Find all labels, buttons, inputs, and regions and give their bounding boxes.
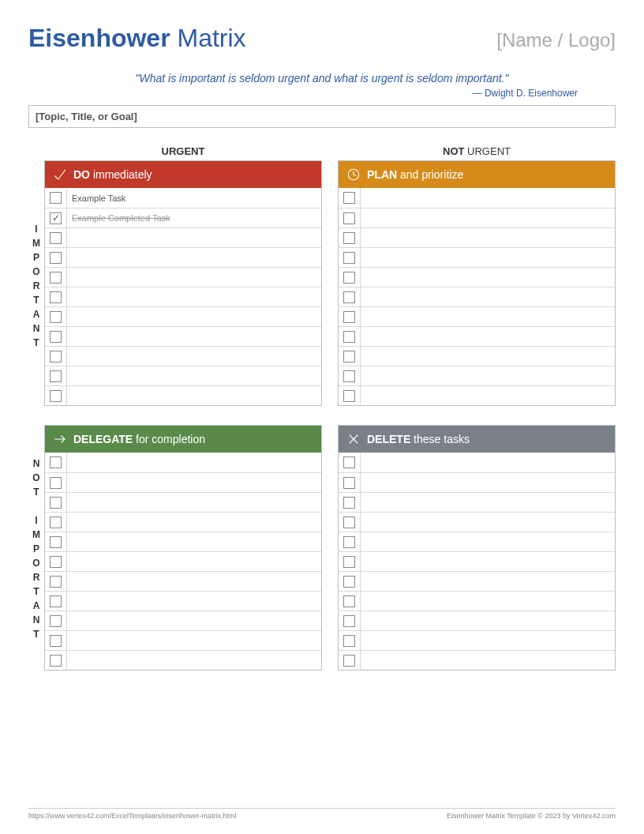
- task-text[interactable]: [360, 631, 615, 650]
- task-checkbox[interactable]: [50, 517, 62, 528]
- task-text[interactable]: [66, 631, 321, 650]
- task-text[interactable]: [360, 651, 615, 670]
- task-row: [45, 366, 321, 385]
- task-checkbox[interactable]: [343, 272, 355, 284]
- task-checkbox[interactable]: [50, 655, 62, 667]
- task-text[interactable]: [66, 327, 321, 346]
- task-checkbox[interactable]: [343, 232, 355, 244]
- task-text[interactable]: [66, 532, 321, 551]
- task-row: [339, 208, 615, 227]
- task-text[interactable]: [360, 188, 615, 208]
- task-text[interactable]: [360, 611, 615, 630]
- task-checkbox[interactable]: [50, 536, 62, 548]
- task-checkbox[interactable]: [343, 536, 355, 548]
- task-checkbox[interactable]: [343, 370, 355, 382]
- task-text[interactable]: [66, 268, 321, 287]
- task-text[interactable]: [360, 453, 615, 472]
- task-text[interactable]: [66, 493, 321, 512]
- task-text[interactable]: [66, 572, 321, 591]
- task-text[interactable]: [360, 552, 615, 571]
- task-checkbox[interactable]: [343, 291, 355, 303]
- task-checkbox[interactable]: [343, 576, 355, 588]
- task-checkbox[interactable]: [343, 477, 355, 489]
- task-text[interactable]: [360, 366, 615, 385]
- task-text[interactable]: [66, 651, 321, 670]
- task-checkbox[interactable]: [343, 635, 355, 647]
- task-text[interactable]: [66, 366, 321, 385]
- task-checkbox[interactable]: [343, 615, 355, 627]
- page-title: Eisenhower Matrix: [28, 24, 246, 53]
- task-text[interactable]: [66, 307, 321, 326]
- task-checkbox[interactable]: [50, 351, 62, 363]
- task-text[interactable]: [360, 532, 615, 551]
- task-text[interactable]: [360, 268, 615, 287]
- task-text[interactable]: [66, 473, 321, 492]
- task-text[interactable]: [66, 611, 321, 630]
- task-text[interactable]: [66, 347, 321, 366]
- task-text[interactable]: [360, 347, 615, 366]
- task-text[interactable]: [360, 327, 615, 346]
- task-text[interactable]: [360, 208, 615, 227]
- task-checkbox[interactable]: [50, 192, 62, 204]
- task-checkbox[interactable]: [343, 595, 355, 607]
- task-row: [45, 571, 321, 591]
- task-checkbox[interactable]: [343, 252, 355, 264]
- task-checkbox[interactable]: [50, 497, 62, 509]
- task-checkbox[interactable]: [343, 390, 355, 402]
- task-checkbox[interactable]: [343, 517, 355, 528]
- task-checkbox[interactable]: [50, 576, 62, 588]
- task-text[interactable]: [360, 228, 615, 247]
- task-text[interactable]: [360, 592, 615, 610]
- task-text[interactable]: [66, 248, 321, 267]
- task-checkbox[interactable]: [343, 497, 355, 509]
- task-checkbox[interactable]: [343, 331, 355, 343]
- task-checkbox[interactable]: [50, 635, 62, 647]
- task-checkbox[interactable]: [50, 311, 62, 323]
- task-checkbox[interactable]: [50, 252, 62, 264]
- task-checkbox[interactable]: [343, 311, 355, 323]
- task-text[interactable]: Example Task: [66, 188, 321, 208]
- task-checkbox[interactable]: [343, 212, 355, 224]
- task-checkbox[interactable]: [343, 351, 355, 363]
- task-text[interactable]: [66, 287, 321, 306]
- task-text[interactable]: [360, 307, 615, 326]
- task-row: [339, 472, 615, 492]
- task-row: [339, 326, 615, 346]
- header-not-urgent: NOT URGENT: [338, 145, 616, 157]
- task-checkbox[interactable]: [50, 477, 62, 489]
- task-checkbox[interactable]: [50, 556, 62, 568]
- task-checkbox[interactable]: [50, 212, 62, 224]
- task-text[interactable]: [360, 386, 615, 405]
- task-checkbox[interactable]: [50, 595, 62, 607]
- task-checkbox[interactable]: [50, 331, 62, 343]
- task-row: [339, 267, 615, 287]
- task-text[interactable]: [66, 386, 321, 405]
- task-checkbox[interactable]: [50, 232, 62, 244]
- task-text[interactable]: [360, 473, 615, 492]
- task-text[interactable]: [360, 248, 615, 267]
- task-checkbox[interactable]: [343, 192, 355, 204]
- task-text[interactable]: Example Completed Task: [66, 208, 321, 227]
- task-checkbox[interactable]: [50, 370, 62, 382]
- task-text[interactable]: [66, 453, 321, 472]
- task-checkbox[interactable]: [50, 390, 62, 402]
- task-text[interactable]: [360, 513, 615, 532]
- topic-input[interactable]: [Topic, Title, or Goal]: [28, 105, 616, 128]
- label-not-important: NOT IMPORTANT: [28, 427, 44, 671]
- task-text[interactable]: [66, 592, 321, 610]
- task-checkbox[interactable]: [50, 456, 62, 468]
- task-checkbox[interactable]: [343, 556, 355, 568]
- task-text[interactable]: [66, 513, 321, 532]
- task-text[interactable]: [360, 287, 615, 306]
- task-row: [339, 306, 615, 326]
- task-checkbox[interactable]: [50, 291, 62, 303]
- task-text[interactable]: [360, 493, 615, 512]
- task-checkbox[interactable]: [50, 272, 62, 284]
- task-checkbox[interactable]: [343, 456, 355, 468]
- task-text[interactable]: [66, 552, 321, 571]
- task-row: [339, 366, 615, 385]
- task-checkbox[interactable]: [343, 655, 355, 667]
- task-text[interactable]: [360, 572, 615, 591]
- task-text[interactable]: [66, 228, 321, 247]
- task-checkbox[interactable]: [50, 615, 62, 627]
